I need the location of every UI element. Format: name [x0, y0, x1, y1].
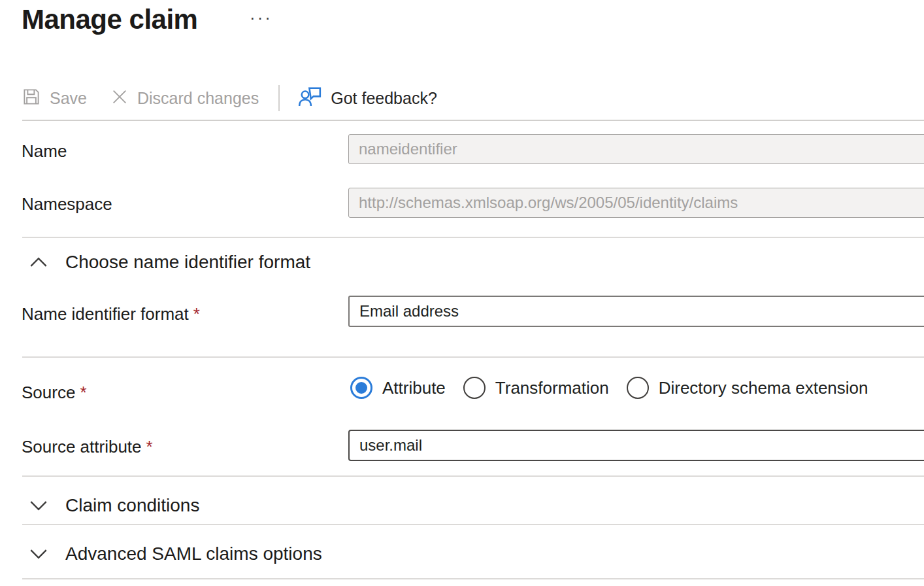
got-feedback-button[interactable]: Got feedback? [297, 86, 437, 111]
radio-option-directory-schema-extension[interactable]: Directory schema extension [627, 377, 868, 399]
got-feedback-label: Got feedback? [331, 89, 437, 108]
section-divider [22, 578, 924, 579]
name-identifier-format-dropdown[interactable] [348, 296, 924, 327]
radio-icon [463, 377, 486, 399]
required-asterisk: * [80, 383, 86, 402]
x-icon [110, 88, 129, 109]
radio-icon [350, 377, 372, 399]
radio-label: Transformation [495, 378, 609, 398]
chevron-down-icon [29, 548, 48, 560]
section-divider [22, 356, 924, 358]
name-identifier-format-label: Name identifier format* [22, 304, 200, 324]
section-divider [22, 237, 924, 238]
section-claim-conditions[interactable]: Claim conditions [29, 495, 199, 516]
source-label: Source* [22, 383, 87, 403]
command-bar: Save Discard changes Got feedback? [22, 82, 437, 114]
name-input [348, 134, 924, 164]
section-title: Choose name identifier format [65, 252, 310, 273]
radio-label: Attribute [382, 378, 446, 398]
required-asterisk: * [193, 304, 200, 324]
namespace-input [348, 188, 924, 218]
save-button[interactable]: Save [22, 87, 87, 109]
source-radio-group: Attribute Transformation Directory schem… [350, 377, 886, 399]
section-divider [22, 475, 924, 477]
radio-option-transformation[interactable]: Transformation [463, 377, 609, 399]
page-title: Manage claim [22, 4, 197, 35]
radio-icon [627, 377, 649, 399]
discard-changes-label: Discard changes [137, 89, 259, 108]
section-choose-name-identifier-format[interactable]: Choose name identifier format [29, 252, 310, 273]
discard-changes-button[interactable]: Discard changes [110, 88, 259, 109]
source-attribute-dropdown[interactable] [348, 430, 924, 461]
radio-option-attribute[interactable]: Attribute [350, 377, 446, 399]
section-title: Claim conditions [65, 495, 199, 516]
ellipsis-icon: ··· [250, 8, 272, 27]
section-divider [22, 524, 924, 525]
toolbar-divider [22, 120, 924, 121]
namespace-label: Namespace [22, 194, 112, 215]
more-options-button[interactable]: ··· [250, 9, 272, 26]
person-feedback-icon [297, 86, 322, 111]
required-asterisk: * [146, 437, 153, 457]
chevron-up-icon [29, 256, 48, 268]
save-button-label: Save [50, 89, 87, 108]
section-advanced-saml-claims-options[interactable]: Advanced SAML claims options [29, 543, 322, 564]
source-attribute-label: Source attribute* [22, 437, 153, 457]
toolbar-separator [278, 85, 280, 111]
radio-label: Directory schema extension [659, 378, 868, 398]
name-label: Name [22, 141, 67, 162]
floppy-disk-icon [22, 87, 41, 109]
chevron-down-icon [29, 500, 48, 511]
section-title: Advanced SAML claims options [65, 543, 322, 564]
